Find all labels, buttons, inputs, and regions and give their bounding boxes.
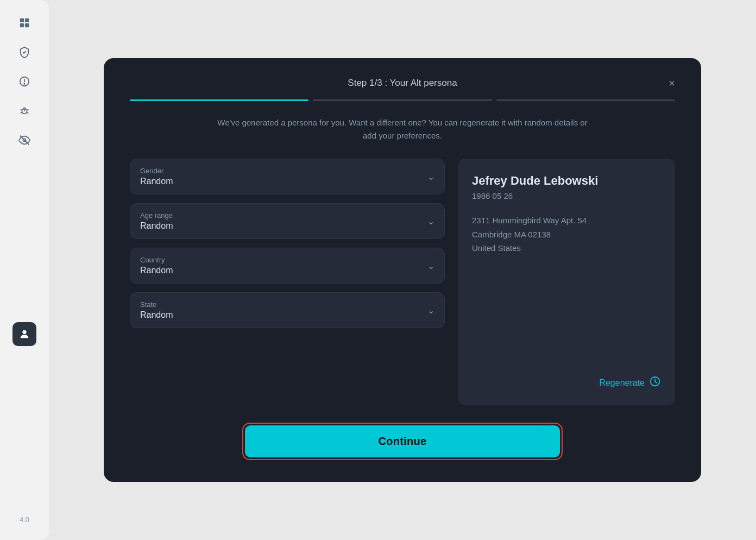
country-label: Country [140,256,173,264]
gender-dropdown[interactable]: Gender Random ⌄ [130,159,445,194]
age-range-chevron-icon: ⌄ [427,216,434,227]
sidebar-item-privacy[interactable] [12,128,36,152]
persona-name: Jefrey Dude Lebowski [472,174,661,188]
svg-line-11 [21,112,22,114]
age-range-dropdown[interactable]: Age range Random ⌄ [130,203,445,239]
progress-bar [130,99,675,101]
persona-address-line3: United States [472,243,521,253]
sidebar: 4.0 [0,0,49,540]
dropdowns-column: Gender Random ⌄ Age range Random ⌄ Count… [130,159,445,405]
sidebar-item-bug[interactable] [12,99,36,123]
gender-label: Gender [140,167,173,175]
progress-step-2 [313,99,492,101]
regenerate-icon [649,375,661,390]
gender-chevron-icon: ⌄ [427,172,434,182]
country-chevron-icon: ⌄ [427,261,434,271]
dialog-header: Step 1/3 : Your Alt persona × [130,78,675,89]
persona-card: Jefrey Dude Lebowski 1986 05 26 2311 Hum… [458,159,675,405]
progress-step-1 [130,99,308,101]
persona-address-line1: 2311 Hummingbird Way Apt. 54 [472,216,587,225]
state-chevron-icon: ⌄ [427,305,434,316]
progress-step-3 [496,99,675,101]
svg-rect-0 [20,18,24,22]
svg-rect-2 [20,23,24,27]
dialog-close-button[interactable]: × [669,78,675,89]
regenerate-label: Regenerate [599,378,645,388]
state-value: Random [140,310,173,320]
dialog: Step 1/3 : Your Alt persona × We've gene… [104,58,701,482]
sidebar-version: 4.0 [20,516,29,524]
state-dropdown[interactable]: State Random ⌄ [130,292,445,328]
continue-button[interactable]: Continue [245,425,560,457]
sidebar-item-dashboard[interactable] [12,11,36,35]
persona-dob: 1986 05 26 [472,191,661,200]
dialog-content: Gender Random ⌄ Age range Random ⌄ Count… [130,159,675,405]
main-content: Step 1/3 : Your Alt persona × We've gene… [49,0,756,540]
age-range-value: Random [140,221,173,231]
state-label: State [140,300,173,309]
sidebar-item-shield[interactable] [12,40,36,64]
age-range-label: Age range [140,211,173,219]
dialog-footer: Continue [130,423,675,460]
svg-rect-1 [25,18,29,22]
svg-line-9 [21,109,22,110]
continue-button-wrapper: Continue [242,423,563,460]
dialog-description: We've generated a persona for you. Want … [130,116,675,142]
country-dropdown[interactable]: Country Random ⌄ [130,248,445,284]
persona-address: 2311 Hummingbird Way Apt. 54 Cambridge M… [472,214,661,255]
svg-line-10 [27,109,29,110]
dialog-title: Step 1/3 : Your Alt persona [348,78,457,89]
sidebar-item-persona[interactable] [12,322,36,346]
svg-line-12 [27,112,29,114]
regenerate-button[interactable]: Regenerate [472,375,661,390]
country-value: Random [140,266,173,275]
svg-rect-3 [25,23,29,27]
svg-point-6 [24,83,24,84]
svg-point-15 [22,330,26,334]
gender-value: Random [140,177,173,186]
persona-address-line2: Cambridge MA 02138 [472,230,551,239]
sidebar-item-alert[interactable] [12,70,36,93]
